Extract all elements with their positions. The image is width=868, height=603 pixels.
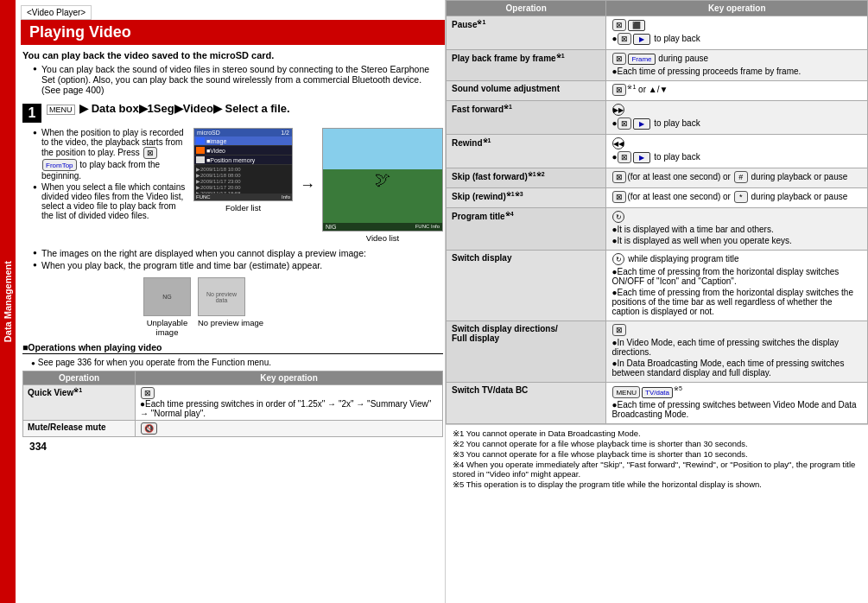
table-row: Fast forward※1 ▶▶ ●⊠▶ to play back	[447, 101, 868, 135]
no-preview-image: No preview data	[198, 277, 245, 316]
right-op-header: Operation	[447, 1, 606, 16]
page-title: Playing Video	[21, 20, 445, 45]
step-1: 1 MENU ▶ Data box▶1Seg▶Video▶ Select a f…	[22, 102, 443, 123]
rewind-op: Rewind※1	[447, 135, 606, 168]
table-row: Skip (fast forward)※1※2 ⊠(for at least o…	[447, 168, 868, 188]
skip-rwd-key: ⊠(for at least one second) or * during p…	[606, 188, 868, 208]
volume-key: ⊠※1 or ▲/▼	[606, 81, 868, 101]
footnote-5: ※5 This operation is to display the prog…	[453, 479, 861, 489]
skip-fwd-key: ⊠(for at least one second) or # during p…	[606, 168, 868, 188]
frame-key: ⊠Frame during pause ●Each time of pressi…	[606, 50, 868, 81]
intro-bullet-1: You can play back the sound of video fil…	[33, 64, 443, 95]
switch-dir-key: ⊠ ●In Video Mode, each time of pressing …	[606, 321, 868, 383]
table-row: Sound volume adjustment ⊠※1 or ▲/▼	[447, 81, 868, 101]
ops-table: Operation Key operation Quick View※1 ⊠ ●…	[22, 371, 443, 437]
right-panel: Operation Key operation Pause※1 ⊠⬛ ●⊠▶ t…	[445, 0, 868, 603]
switch-dir-op: Switch display directions/Full display	[447, 321, 606, 383]
pause-op: Pause※1	[447, 16, 606, 50]
folder-list-label: Folder list	[193, 203, 293, 213]
table-row: Switch TV/data BC MENUTV/data※5 ●Each ti…	[447, 383, 868, 424]
key-col-header: Key operation	[136, 371, 443, 385]
step-bullet-2: When you select a file which contains di…	[33, 182, 187, 220]
right-ops-table: Operation Key operation Pause※1 ⊠⬛ ●⊠▶ t…	[446, 0, 868, 424]
data-management-bar: Data Management	[0, 0, 16, 603]
table-row: Play back frame by frame※1 ⊠Frame during…	[447, 50, 868, 81]
quick-view-key: ⊠ ●Each time pressing switches in order …	[136, 385, 443, 421]
table-row: Rewind※1 ◀◀ ●⊠▶ to play back	[447, 135, 868, 168]
intro-text: You can play back the video saved to the…	[22, 50, 443, 60]
unplayable-label: Unplayableimage	[143, 318, 191, 337]
table-row: Pause※1 ⊠⬛ ●⊠▶ to play back	[447, 16, 868, 50]
mute-op: Mute/Release mute	[23, 421, 136, 437]
switch-disp-op: Switch display	[447, 251, 606, 321]
step-number: 1	[22, 104, 41, 123]
fastfwd-op: Fast forward※1	[447, 101, 606, 135]
ops-note: See page 336 for when you operate from t…	[31, 358, 443, 367]
footnote-3: ※3 You cannot operate for a file whose p…	[453, 449, 861, 459]
switch-tv-key: MENUTV/data※5 ●Each time of pressing swi…	[606, 383, 868, 424]
table-row: Switch display ↻ while displaying progra…	[447, 251, 868, 321]
video-preview-bird: 🕊	[375, 171, 390, 189]
right-key-header: Key operation	[606, 1, 868, 16]
intro-bullets: You can play back the sound of video fil…	[33, 64, 443, 95]
no-preview-box: No preview data No preview image	[198, 277, 263, 327]
fastfwd-key: ▶▶ ●⊠▶ to play back	[606, 101, 868, 135]
quick-view-icon: ⊠	[141, 387, 155, 399]
section-tag: <Video Player>	[21, 5, 92, 20]
folder-list-screenshot: microSD 1/2 ■image ■Vi	[193, 128, 293, 201]
unplayable-image-box: NG Unplayableimage	[143, 277, 191, 337]
footnote-1: ※1 You cannot operate in Data Broadcasti…	[453, 428, 861, 438]
switch-disp-key: ↻ while displaying program title ●Each t…	[606, 251, 868, 321]
skip-rwd-op: Skip (rewind)※1※3	[447, 188, 606, 208]
footnotes-section: ※1 You cannot operate in Data Broadcasti…	[446, 424, 868, 493]
display-notes: The images on the right are displayed wh…	[33, 248, 443, 270]
frame-op: Play back frame by frame※1	[447, 50, 606, 81]
rewind-key: ◀◀ ●⊠▶ to play back	[606, 135, 868, 168]
small-icons-row: NG Unplayableimage No preview data No pr…	[143, 277, 443, 337]
footnote-2: ※2 You cannot operate for a file whose p…	[453, 439, 861, 448]
step-description: When the position to play is recorded to…	[22, 128, 187, 243]
step-instruction: MENU ▶ Data box▶1Seg▶Video▶ Select a fil…	[47, 102, 443, 115]
mute-icon: 🔇	[141, 422, 157, 435]
table-row: Quick View※1 ⊠ ●Each time pressing switc…	[23, 385, 443, 421]
table-row: Mute/Release mute 🔇	[23, 421, 443, 437]
prog-title-op: Program title※4	[447, 208, 606, 251]
skip-fwd-op: Skip (fast forward)※1※2	[447, 168, 606, 188]
display-note-1: The images on the right are displayed wh…	[33, 248, 443, 258]
table-row: Skip (rewind)※1※3 ⊠(for at least one sec…	[447, 188, 868, 208]
no-preview-label: No preview image	[198, 318, 263, 327]
operations-section: ■Operations when playing video See page …	[22, 342, 443, 437]
ops-col-header: Operation	[23, 371, 136, 385]
prog-title-key: ↻ ●It is displayed with a time bar and o…	[606, 208, 868, 251]
page-number: 334	[22, 437, 443, 456]
step-bullet-1: When the position to play is recorded to…	[33, 128, 187, 181]
video-list-screenshot: 🕊 NIG FUNC Info	[322, 128, 443, 232]
table-row: Program title※4 ↻ ●It is displayed with …	[447, 208, 868, 251]
table-row: Switch display directions/Full display ⊠…	[447, 321, 868, 383]
display-note-2: When you play back, the program title an…	[33, 260, 443, 270]
screenshots-area: microSD 1/2 ■image ■Vi	[193, 128, 443, 243]
volume-op: Sound volume adjustment	[447, 81, 606, 101]
ops-section-title: ■Operations when playing video	[22, 342, 443, 354]
arrow-right: →	[300, 176, 315, 194]
main-content-area: When the position to play is recorded to…	[22, 128, 443, 243]
footnote-4: ※4 When you operate immediately after "S…	[453, 460, 861, 479]
pause-key: ⊠⬛ ●⊠▶ to play back	[606, 16, 868, 50]
data-management-label: Data Management	[3, 261, 13, 342]
switch-tv-op: Switch TV/data BC	[447, 383, 606, 424]
unplayable-image: NG	[143, 277, 191, 316]
quick-view-op: Quick View※1	[23, 385, 136, 421]
video-list-label: Video list	[322, 233, 443, 243]
mute-key: 🔇	[136, 421, 443, 437]
